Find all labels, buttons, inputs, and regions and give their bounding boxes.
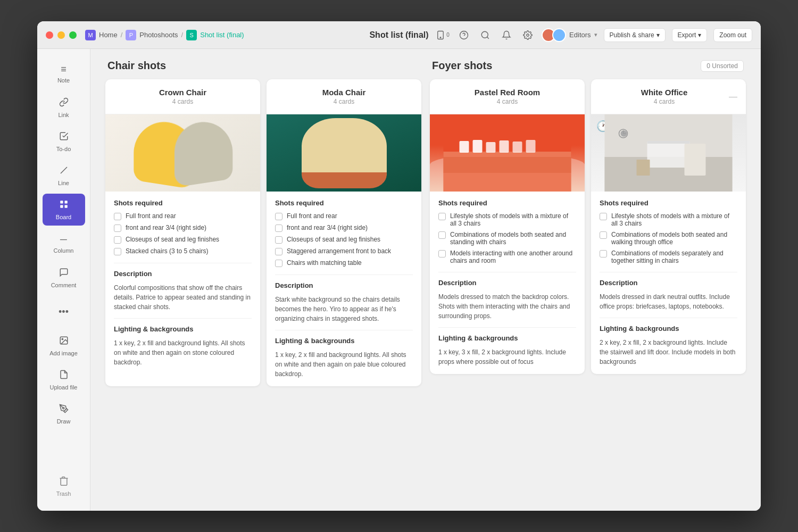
breadcrumb-photoshoots[interactable]: Photoshoots	[139, 31, 178, 39]
crown-shots-list: Full front and rear front and rear 3/4 (…	[114, 212, 252, 255]
checkbox-p3[interactable]	[438, 250, 446, 257]
photoshoots-icon: P	[126, 30, 136, 40]
office-shots-title: Shots required	[600, 199, 737, 207]
svg-rect-26	[647, 141, 690, 168]
card-column-pastel: Pastel Red Room 4 cards	[430, 79, 585, 374]
breadcrumb-shotlist[interactable]: Shot list (final)	[200, 31, 244, 39]
notification-icon[interactable]	[499, 28, 514, 43]
publish-share-button[interactable]: Publish & share ▾	[604, 28, 666, 42]
svg-point-4	[481, 31, 488, 38]
svg-point-5	[527, 34, 529, 36]
board-area: Chair shots Crown Chair 4 cards Shots re…	[90, 49, 761, 511]
checkbox-1[interactable]	[114, 213, 121, 220]
list-item: Lifestyle shots of models with a mixture…	[438, 212, 576, 227]
titlebar: M Home / P Photoshoots / S Shot list (fi…	[37, 21, 761, 49]
svg-rect-22	[444, 157, 571, 173]
home-icon: M	[85, 30, 96, 40]
sidebar-item-link[interactable]: Link	[43, 92, 85, 123]
app-window: M Home / P Photoshoots / S Shot list (fi…	[37, 21, 761, 511]
sidebar-item-trash[interactable]: Trash	[43, 470, 85, 502]
minimize-button[interactable]	[57, 31, 65, 39]
moda-shots-list: Full front and rear front and rear 3/4 (…	[275, 212, 413, 267]
checkbox-o1[interactable]	[600, 213, 607, 220]
board-icon	[59, 200, 69, 212]
list-item: front and rear 3/4 (right side)	[275, 224, 413, 232]
crown-body: Shots required Full front and rear front…	[105, 192, 260, 375]
sidebar-item-column[interactable]: ─ Column	[43, 228, 85, 260]
settings-icon[interactable]	[520, 28, 535, 43]
zoom-out-button[interactable]: Zoom out	[713, 28, 752, 42]
sidebar-item-upload[interactable]: Upload file	[43, 364, 85, 396]
checkbox-m3[interactable]	[275, 236, 282, 244]
link-icon	[59, 97, 69, 110]
checkbox-p2[interactable]	[438, 231, 446, 239]
sidebar-item-board[interactable]: Board	[43, 194, 85, 226]
export-chevron-icon: ▾	[698, 31, 701, 39]
office-title: White Office	[641, 88, 688, 97]
maximize-button[interactable]	[69, 31, 77, 39]
pastel-header: Pastel Red Room 4 cards	[430, 79, 585, 114]
list-item: Stacked chairs (3 to 5 chairs)	[114, 247, 252, 255]
sidebar-item-draw[interactable]: Draw	[43, 398, 85, 430]
main-content: ≡ Note Link To-do Line	[37, 49, 761, 511]
svg-point-1	[440, 37, 442, 38]
breadcrumb-sep-1: /	[121, 31, 123, 39]
traffic-lights	[46, 31, 77, 39]
sidebar-item-line[interactable]: Line	[43, 160, 85, 192]
sidebar-item-note[interactable]: ≡ Note	[43, 57, 85, 89]
section-foyer-shots: Foyer shots 0 Unsorted Pastel Red Room 4…	[426, 60, 750, 386]
crown-title: Crown Chair	[114, 88, 252, 97]
pastel-shots-list: Lifestyle shots of models with a mixture…	[438, 212, 576, 264]
checkbox-3[interactable]	[114, 236, 121, 244]
list-item: Staggered arrangement front to back	[275, 247, 413, 255]
sidebar-item-more[interactable]: •••	[43, 296, 85, 328]
search-icon[interactable]	[478, 28, 493, 43]
device-icon[interactable]: 0	[435, 28, 450, 43]
card-column-crown: Crown Chair 4 cards Shots required Full …	[105, 79, 260, 386]
editors-group[interactable]: Editors ▾	[542, 28, 597, 42]
crown-lighting-text: 1 x key, 2 x fill and background lights.…	[114, 338, 252, 367]
moda-shots-title: Shots required	[275, 199, 413, 207]
list-item: Full front and rear	[275, 212, 413, 220]
checkbox-m2[interactable]	[275, 225, 282, 232]
checkbox-m4[interactable]	[275, 248, 282, 255]
office-menu-icon[interactable]: —	[729, 92, 737, 102]
editors-chevron-icon: ▾	[594, 31, 597, 38]
checkbox-p1[interactable]	[438, 213, 446, 220]
moda-desc-text: Stark white background so the chairs det…	[275, 295, 413, 323]
office-subtitle: 4 cards	[641, 98, 688, 105]
office-shots-list: Lifestyle shots of models with a mixture…	[600, 212, 737, 264]
moda-header: Moda Chair 4 cards	[267, 79, 421, 114]
breadcrumb-home[interactable]: Home	[99, 31, 118, 39]
help-icon[interactable]	[456, 28, 471, 43]
list-item: Combinations of models both seated and s…	[438, 231, 576, 246]
checkbox-o2[interactable]	[600, 231, 607, 239]
office-lighting-title: Lighting & backgrounds	[600, 325, 737, 332]
office-header: White Office 4 cards —	[591, 79, 746, 114]
checkbox-m5[interactable]	[275, 260, 282, 267]
sidebar-item-todo[interactable]: To-do	[43, 126, 85, 157]
card-column-office: White Office 4 cards —	[591, 79, 746, 374]
pastel-title: Pastel Red Room	[438, 88, 576, 97]
pastel-lighting-text: 1 x key, 3 x fill, 2 x background lights…	[438, 347, 576, 367]
svg-rect-16	[460, 141, 469, 153]
checkbox-o3[interactable]	[600, 250, 607, 257]
checkbox-m1[interactable]	[275, 213, 282, 220]
checkbox-2[interactable]	[114, 225, 121, 232]
page-title: Shot list (final)	[369, 30, 428, 40]
export-button[interactable]: Export ▾	[672, 28, 708, 42]
svg-rect-20	[513, 142, 522, 153]
office-desc-title: Description	[600, 279, 737, 287]
checkbox-4[interactable]	[114, 248, 121, 255]
close-button[interactable]	[46, 31, 53, 39]
svg-rect-7	[60, 201, 63, 203]
sidebar-item-comment[interactable]: Comment	[43, 262, 85, 294]
unsorted-badge[interactable]: 0 Unsorted	[701, 60, 744, 72]
section-chair-shots: Chair shots Crown Chair 4 cards Shots re…	[101, 60, 426, 386]
list-item: Closeups of seat and leg finishes	[114, 236, 252, 244]
pastel-desc-text: Models dressed to match the backdrop col…	[438, 292, 576, 321]
upload-icon	[59, 370, 69, 382]
card-column-moda: Moda Chair 4 cards Shots required Full f…	[267, 79, 421, 386]
add-image-icon	[59, 336, 69, 348]
sidebar-item-add-image[interactable]: Add image	[43, 330, 85, 362]
